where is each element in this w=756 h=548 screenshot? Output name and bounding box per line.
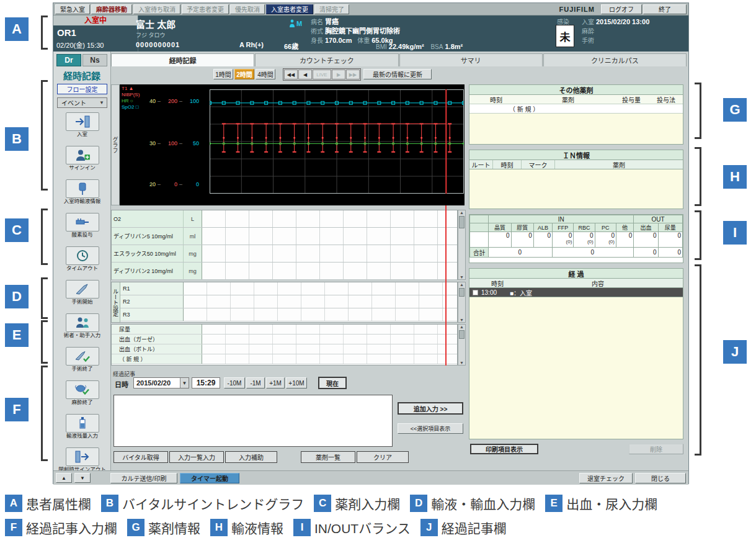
sidebar-item-sign-in[interactable]: サインイン (53, 146, 111, 178)
drug-row-grid[interactable] (202, 263, 457, 279)
output-row-grid[interactable] (202, 344, 457, 354)
output-row[interactable]: 出血（ガーゼ） (112, 335, 457, 344)
event-dropdown[interactable]: イベント▼ (57, 97, 107, 108)
scroll-down-icon[interactable]: ▼ (460, 361, 464, 365)
send-chart-print-button[interactable]: カルテ送信/印刷 (110, 473, 177, 483)
time-input[interactable]: 15:29 (192, 377, 220, 389)
output-row[interactable]: 尿量 (112, 325, 457, 335)
tab-chronological-record[interactable]: 経時記録 (111, 53, 254, 66)
sidebar-item-staff-input[interactable]: 術者・助手入力 (53, 313, 111, 346)
now-button[interactable]: 現在 (318, 377, 347, 389)
minus-1min-button[interactable]: -1M (246, 377, 265, 389)
sidebar-item-entry[interactable]: 入室 (53, 112, 111, 145)
progress-row-selected[interactable]: 13:00 ■：入室 (469, 288, 683, 297)
range-2h-button[interactable]: 2時間 (234, 69, 254, 79)
drug-row-grid[interactable] (202, 228, 457, 245)
forward-fast-button[interactable]: ▶▶ (346, 70, 360, 79)
plus-1min-button[interactable]: +1M (266, 377, 285, 389)
note-textarea[interactable] (113, 395, 393, 447)
cancel-waiting-button[interactable]: 入室待ち取消 (133, 4, 180, 14)
drug-row-grid[interactable] (202, 210, 457, 227)
show-selected-items-button[interactable]: <<選択項目表示 (398, 423, 463, 434)
range-1h-button[interactable]: 1時間 (213, 69, 233, 79)
sidebar-item-timeout[interactable]: タイムアウト (53, 246, 111, 279)
drug-row[interactable]: O2L (112, 210, 457, 228)
refresh-button[interactable]: 最新の情報に更新 (363, 69, 432, 79)
output-row[interactable]: 出血（ボトル） (112, 344, 457, 354)
sidebar-item-surgery-start[interactable]: 手術開始 (53, 280, 111, 312)
emergency-entry-button[interactable]: 緊急入室 (55, 4, 90, 14)
route-row-grid[interactable] (184, 295, 457, 308)
output-row[interactable]: （ 新 規 ） (112, 354, 457, 364)
tab-count-check[interactable]: カウントチェック (255, 53, 398, 66)
scroll-up-icon[interactable]: ▲ (460, 282, 464, 287)
sidebar-scroll-up-button[interactable]: ▲ (56, 473, 72, 483)
chevron-down-icon[interactable]: ▼ (180, 378, 189, 388)
exit-check-button[interactable]: 退室チェック (579, 473, 633, 483)
drug-row[interactable]: ディプリバン2 10mg/mlmg (112, 263, 457, 280)
route-row-grid[interactable] (184, 282, 457, 295)
sidebar-item-anesthesia-end[interactable]: 麻酔終了 (53, 380, 111, 413)
ns-toggle-button[interactable]: Ns (82, 54, 107, 66)
cleaning-done-button[interactable]: 清掃完了 (314, 4, 349, 14)
date-select[interactable]: 2015/02/20▼ (133, 377, 189, 389)
range-4h-button[interactable]: 4時間 (256, 69, 275, 79)
scroll-up-icon[interactable]: ▲ (460, 210, 464, 215)
add-entry-button[interactable]: 追加入力 >> (398, 402, 463, 415)
drug-row[interactable]: エスラックス50 10mg/mlmg (112, 245, 457, 263)
route-row[interactable]: R1 (120, 282, 457, 295)
output-row-grid[interactable] (202, 325, 457, 334)
priority-cancel-button[interactable]: 優先取消 (230, 4, 265, 14)
io-total-row: 合計 0 0 0 0 (470, 248, 683, 258)
scroll-thumb[interactable] (459, 288, 465, 297)
print-items-button[interactable]: 印刷項目表示 (470, 444, 538, 454)
minus-10min-button[interactable]: -10M (224, 377, 245, 389)
vital-trend-graph[interactable]: T1 ▲ NIBP(S) HR ○ SpO2 □ 40– 200– 100 30… (120, 84, 465, 205)
forward-button[interactable]: ▶ (332, 70, 345, 79)
legend-item-e: E出血・尿入力欄 (545, 494, 657, 513)
output-row-grid[interactable] (202, 335, 457, 344)
rewind-fast-button[interactable]: ◀◀ (284, 70, 298, 79)
get-vitals-button[interactable]: バイタル取得 (113, 451, 168, 463)
anesthesia-machine-move-button[interactable]: 麻酔器移動 (91, 4, 132, 14)
tab-clinical-path[interactable]: クリニカルパス (543, 53, 687, 66)
tab-summary[interactable]: サマリ (399, 53, 543, 66)
exit-button[interactable]: 終了 (643, 4, 687, 14)
change-entered-patient-button[interactable]: 入室患者変更 (266, 4, 313, 14)
drug-list-button[interactable]: 薬剤一覧 (301, 451, 355, 463)
sidebar-scroll-down-button[interactable]: ▼ (74, 473, 91, 483)
rewind-button[interactable]: ◀ (298, 70, 312, 79)
route-row[interactable]: R3 (120, 308, 457, 321)
plus-10min-button[interactable]: +10M (286, 377, 307, 389)
sidebar-item-oxygen[interactable]: 酸素投与 (53, 213, 111, 245)
clear-button[interactable]: クリア (357, 451, 409, 463)
dr-toggle-button[interactable]: Dr (56, 54, 81, 66)
route-row-grid[interactable] (184, 308, 457, 321)
sidebar-item-surgery-end[interactable]: 手術終了 (53, 347, 111, 379)
output-row-grid[interactable] (202, 354, 457, 364)
delete-button[interactable]: 削除 (629, 444, 683, 454)
progress-row-checkbox[interactable] (473, 290, 478, 295)
scroll-down-icon[interactable]: ▼ (460, 275, 464, 279)
scroll-thumb[interactable] (459, 330, 465, 339)
live-button[interactable]: LIVE (313, 70, 331, 79)
route-scrollbar[interactable]: ▲▼ (458, 282, 466, 323)
change-scheduled-patient-button[interactable]: 予定患者変更 (182, 4, 229, 14)
sidebar-item-entry-infusion[interactable]: 入室時輸液情報 (53, 179, 111, 212)
drug-row[interactable]: ディプリバン5 10mg/mlml (112, 228, 457, 245)
scroll-thumb[interactable] (459, 216, 465, 228)
drug-row-grid[interactable] (202, 245, 457, 262)
route-row[interactable]: R2 (120, 295, 457, 308)
other-drugs-new-row[interactable]: （ 新 規 ） (469, 104, 683, 114)
close-button[interactable]: 閉じる (635, 473, 686, 483)
scroll-down-icon[interactable]: ▼ (460, 318, 464, 322)
timer-start-button[interactable]: タイマー起動 (180, 473, 239, 483)
scroll-up-icon[interactable]: ▲ (460, 325, 464, 329)
output-scrollbar[interactable]: ▲▼ (458, 324, 466, 366)
sidebar-item-infusion-remaining[interactable]: 輸液残量入力 (53, 414, 111, 446)
input-list-button[interactable]: 入力一覧入力 (169, 451, 224, 463)
drug-scrollbar[interactable]: ▲▼ (458, 210, 466, 280)
input-assist-button[interactable]: 入力補助 (225, 451, 277, 463)
logoff-button[interactable]: ログオフ (601, 4, 642, 14)
flow-setting-button[interactable]: フロー設定 (57, 84, 107, 94)
